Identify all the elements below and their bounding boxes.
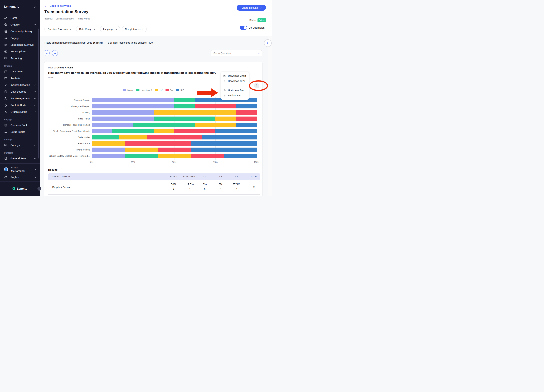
de-duplication-toggle[interactable] [240,26,247,30]
category-label: Walking [44,110,90,115]
bar-segment-5-7[interactable] [236,104,257,109]
sidebar-item-engage[interactable]: Engage [0,35,40,41]
panel-collapse-button[interactable] [264,39,272,47]
bar-segment-3-4[interactable] [158,148,191,152]
bar-segment-1-2[interactable] [158,154,191,158]
bar-segment-3-4[interactable] [125,141,191,146]
share-results-button[interactable]: Share Results [237,5,266,11]
sidebar-item-community-survey[interactable]: Community Survey [0,28,40,35]
go-to-question-select[interactable]: Go to Question... [211,50,262,56]
sidebar-item-subscriptions[interactable]: Subscriptions [0,48,40,55]
legend-label: Less than 1 [141,89,152,92]
sidebar-item-data-sources[interactable]: Data Sources [0,88,40,95]
menu-item-download-csv[interactable]: Download CSV [221,78,249,84]
sidebar-item-general-setup[interactable]: General Setup [0,155,40,162]
menu-item-vertical-bar[interactable]: Vertical Bar [221,93,249,98]
bar-segment-less-than-1[interactable] [133,123,195,127]
column-header: 5-7 [227,173,246,180]
bar-segment-1-2[interactable] [215,116,236,121]
filter-pill-question-answer[interactable]: Question & Answer [45,26,74,32]
sidebar-item-publ-alerts[interactable]: Publ. & Alerts [0,102,40,109]
bar-segment-1-2[interactable] [125,148,158,152]
menu-item-download-chart[interactable]: Download Chart [221,73,249,78]
bar-segment-never[interactable] [92,98,174,102]
menu-item-horizontal-bar[interactable]: Horizontal Bar [221,88,249,93]
bar-segment-3-4[interactable] [195,104,236,109]
sidebar-scrollbar[interactable] [38,29,39,159]
sidebar-item-home[interactable]: Home [0,14,40,21]
sidebar-section-platform: Platform [0,148,40,155]
workspace-selector[interactable]: Lemont, IL [0,3,40,10]
bar-row[interactable] [92,104,257,109]
filter-pill-language[interactable]: Language [100,26,120,32]
sidebar-item-question-bank[interactable]: Question Bank [0,122,40,128]
sidebar-item-organic-setup[interactable]: Organic Setup [0,109,40,115]
bar-segment-never[interactable] [92,110,154,115]
next-question-button[interactable]: → [52,50,58,56]
sidebar-item-experience-surveys[interactable]: Experience Surveys [0,41,40,48]
filter-pill-date-range[interactable]: Date Range [76,26,98,32]
bar-segment-1-2[interactable] [119,135,147,139]
sidebar-item-insights-creation[interactable]: Insights Creation [0,81,40,88]
sidebar-language[interactable]: English [0,174,40,181]
sidebar-item-sa-management[interactable]: SA Management [0,95,40,102]
previous-question-button[interactable]: ← [44,50,50,56]
bar-segment-never[interactable] [92,129,112,133]
cell-percent: 0% [197,183,213,186]
filter-pill-completeness[interactable]: Completeness [122,26,147,32]
bar-row[interactable] [92,110,257,115]
back-to-activities-link[interactable]: ← Back to activities [45,4,71,7]
bar-segment-less-than-1[interactable] [174,104,195,109]
sidebar-item-setup-topics[interactable]: Setup Topics [0,128,40,135]
sidebar-item-data-items[interactable]: Data Items [0,68,40,75]
bar-segment-never[interactable] [92,116,154,121]
status-label: Status [249,19,256,22]
sidebar-item-reporting[interactable]: Reporting [0,55,40,62]
bar-segment-5-7[interactable] [191,141,257,146]
bar-segment-1-2[interactable] [195,123,236,127]
meta-item: adams2 [45,17,53,20]
bar-segment-3-4[interactable] [147,135,202,139]
sidebar-item-analysis[interactable]: Analysis [0,75,40,81]
x-axis-tick: 0% [90,161,93,163]
bar-segment-3-4[interactable] [174,129,216,133]
sidebar-item-organic[interactable]: Organic [0,21,40,28]
bar-row[interactable] [92,154,257,158]
bar-segment-less-than-1[interactable] [92,135,119,139]
bar-segment-less-than-1[interactable] [174,98,195,102]
bar-segment-3-4[interactable] [236,116,257,121]
bar-segment-never[interactable] [92,154,125,158]
gear-icon [4,110,7,113]
bar-segment-5-7[interactable] [215,129,257,133]
bar-segment-3-4[interactable] [236,110,257,115]
legend-swatch [155,89,158,91]
bar-segment-5-7[interactable] [202,135,257,139]
bar-segment-1-2[interactable] [154,129,174,133]
sidebar: Lemont, IL HomeOrganicCommunity SurveyEn… [0,0,40,196]
category-label: Carpool Fossil Fuel Vehicle [44,123,90,127]
bar-segment-5-7[interactable] [236,123,257,127]
sidebar-collapse-button[interactable] [37,187,41,191]
sidebar-section-engage: Engage [0,115,40,122]
bar-row[interactable] [92,135,257,139]
sidebar-user[interactable]: 👤 Shasa McCarogher [0,165,40,174]
bar-segment-never[interactable] [92,104,174,109]
sidebar-item-surveys[interactable]: Surveys [0,142,40,148]
bar-row[interactable] [92,123,257,127]
bar-row[interactable] [92,141,257,146]
bar-row[interactable] [92,148,257,152]
bar-segment-never[interactable] [92,123,133,127]
bar-segment-less-than-1[interactable] [112,129,154,133]
page-indicator: Page 3: Getting Around [48,66,73,69]
bar-segment-less-than-1[interactable] [154,116,215,121]
bar-segment-3-4[interactable] [191,154,224,158]
bar-segment-never[interactable] [92,148,125,152]
bar-segment-1-2[interactable] [92,141,125,146]
bar-row[interactable] [92,116,257,121]
bar-segment-1-2[interactable] [154,110,236,115]
bar-row[interactable] [92,129,257,133]
bar-segment-5-7[interactable] [191,148,257,152]
bar-segment-5-7[interactable] [224,154,257,158]
kebab-menu-button[interactable] [254,83,259,88]
bar-segment-less-than-1[interactable] [125,154,158,158]
